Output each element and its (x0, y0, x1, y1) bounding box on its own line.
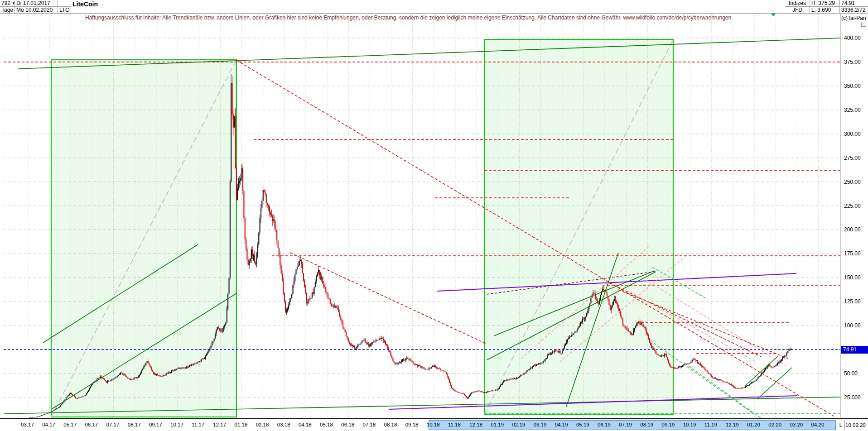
exchange-name: Indizes (789, 0, 806, 6)
candle-body (538, 363, 539, 364)
candle-body (707, 370, 708, 372)
candle-body (480, 391, 481, 392)
candle-body (567, 339, 568, 342)
candle-body (205, 356, 206, 358)
candle-body (250, 259, 251, 262)
candle-body (608, 299, 609, 305)
candle-body (774, 366, 775, 367)
candle-body (153, 372, 154, 374)
time-axis[interactable]: L 10.02.20 03.1704.1705.1706.1707.1708.1… (0, 418, 868, 431)
candle-body (340, 316, 341, 320)
candle-body (545, 359, 545, 361)
candle-body (35, 417, 36, 417)
candle-body (748, 385, 749, 386)
candle-body (204, 358, 205, 359)
date-to-cell[interactable]: Mo 10.02.2020 (15, 6, 58, 13)
candle-body (622, 316, 622, 319)
candle-body (299, 261, 300, 266)
candle-body (576, 331, 577, 332)
candle-body (704, 367, 704, 368)
candle-body (516, 378, 517, 378)
candle-body (470, 394, 471, 395)
candle-body (656, 354, 657, 354)
time-axis-label: 09.17 (149, 422, 162, 427)
candle-body (305, 287, 306, 293)
candle-body (33, 417, 34, 417)
candle-body (79, 397, 80, 398)
candle-body (781, 359, 782, 361)
candle-body (761, 374, 762, 376)
candle-body (391, 356, 392, 358)
candle-body (345, 329, 346, 332)
candle-body (379, 339, 380, 340)
candle-body (405, 359, 406, 360)
candle-body (395, 364, 396, 364)
candle-body (389, 350, 390, 352)
candle-body (726, 383, 727, 383)
candle-body (231, 83, 231, 181)
candle-body (29, 417, 30, 418)
candle-body (241, 168, 242, 178)
candle-body (525, 373, 526, 374)
price-axis-label: 175.00 (844, 250, 861, 257)
candle-body (125, 375, 126, 376)
candle-body (77, 398, 78, 399)
candle-body (544, 361, 545, 361)
candle-body (307, 302, 308, 303)
price-axis[interactable]: 74.91 400.00375.00350.00325.00300.00275.… (841, 13, 868, 418)
candle-body (579, 326, 580, 328)
period-dropdown[interactable]: Tage▼ (0, 6, 15, 13)
candle-body (425, 369, 426, 370)
candle-body (501, 384, 502, 385)
candle-body (97, 378, 98, 379)
candle-body (291, 294, 292, 298)
candle-body (381, 338, 382, 340)
candle-body (555, 350, 555, 352)
candle-body (316, 276, 317, 282)
candle-body (528, 369, 529, 370)
candle-body (440, 369, 441, 370)
candle-body (786, 353, 787, 356)
candle-body (265, 192, 265, 194)
date-from-cell[interactable]: Di 17.01.2017 (15, 0, 58, 6)
candle-body (227, 309, 227, 323)
candle-body (752, 382, 753, 383)
chart-plot-area[interactable] (0, 0, 868, 431)
candle-body (83, 396, 84, 396)
candle-body (105, 380, 106, 381)
time-axis-label: 04.20 (811, 422, 825, 427)
candle-body (611, 307, 612, 310)
candle-body (698, 363, 699, 364)
candle-body (420, 366, 421, 367)
candle-body (78, 397, 79, 398)
candle-body (202, 359, 203, 359)
candle-body (323, 283, 324, 286)
time-axis-label: 10.17 (170, 422, 183, 427)
candle-body (467, 397, 468, 398)
candle-body (233, 115, 234, 127)
candle-body (561, 353, 562, 354)
time-axis-label: 03.17 (21, 422, 34, 427)
candle-body (429, 368, 429, 369)
candle-body (269, 206, 270, 212)
candle-body (471, 393, 472, 394)
time-axis-label: 11.19 (704, 422, 717, 427)
candle-body (36, 417, 37, 417)
candle-body (189, 365, 190, 367)
candle-body (582, 319, 583, 322)
candle-body (170, 372, 171, 373)
candle-body (82, 397, 82, 397)
candle-body (395, 363, 395, 364)
period-high-cell: H: 375.29 (810, 0, 840, 6)
panel-collapse-icon[interactable] (861, 22, 866, 27)
candle-body (42, 415, 43, 416)
candle-body (371, 343, 372, 344)
candle-body (147, 361, 148, 363)
candle-body (450, 383, 451, 386)
candle-body (169, 373, 170, 373)
candle-body (240, 178, 241, 181)
candle-body (100, 376, 101, 378)
candle-body (462, 393, 463, 394)
bars-count-dropdown[interactable]: 792▼ (0, 0, 15, 6)
candle-body (749, 384, 750, 385)
